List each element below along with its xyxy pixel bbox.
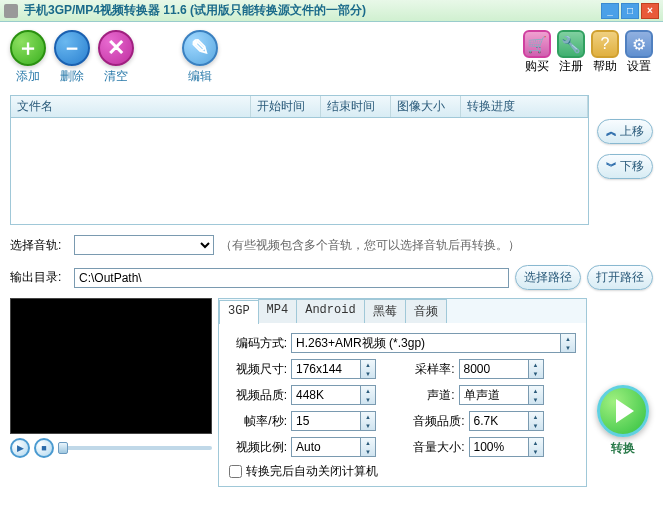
play-button[interactable]: ▶ (10, 438, 30, 458)
chan-label: 声道: (405, 387, 455, 404)
shutdown-checkbox[interactable] (229, 465, 242, 478)
maximize-button[interactable]: □ (621, 3, 639, 19)
col-filename[interactable]: 文件名 (11, 96, 251, 117)
edit-button[interactable]: ✎ 编辑 (182, 30, 218, 85)
ratio-spinner[interactable]: ▲▼ (361, 437, 376, 457)
choose-path-button[interactable]: 选择路径 (515, 265, 581, 290)
rate-label: 采样率: (405, 361, 455, 378)
seek-slider[interactable] (58, 446, 212, 450)
delete-button[interactable]: － 删除 (54, 30, 90, 85)
app-icon (4, 4, 18, 18)
size-input[interactable] (291, 359, 361, 379)
minus-icon: － (54, 30, 90, 66)
audio-track-label: 选择音轨: (10, 237, 68, 254)
col-size[interactable]: 图像大小 (391, 96, 461, 117)
vol-label: 音量大小: (405, 439, 465, 456)
move-down-button[interactable]: ︾下移 (597, 154, 653, 179)
fps-input[interactable] (291, 411, 361, 431)
question-icon: ? (591, 30, 619, 58)
audio-track-select[interactable] (74, 235, 214, 255)
vol-input[interactable] (469, 437, 529, 457)
clear-button[interactable]: ✕ 清空 (98, 30, 134, 85)
rate-input[interactable] (459, 359, 529, 379)
fps-spinner[interactable]: ▲▼ (361, 411, 376, 431)
edit-icon: ✎ (182, 30, 218, 66)
shutdown-label: 转换完后自动关闭计算机 (246, 463, 378, 480)
open-path-button[interactable]: 打开路径 (587, 265, 653, 290)
cart-icon: 🛒 (523, 30, 551, 58)
slider-thumb[interactable] (58, 442, 68, 454)
add-button[interactable]: ＋ 添加 (10, 30, 46, 85)
col-end[interactable]: 结束时间 (321, 96, 391, 117)
codec-spinner[interactable]: ▲▼ (561, 333, 576, 353)
close-button[interactable]: × (641, 3, 659, 19)
stop-button[interactable]: ■ (34, 438, 54, 458)
tab-mp4[interactable]: MP4 (258, 299, 298, 323)
size-spinner[interactable]: ▲▼ (361, 359, 376, 379)
col-start[interactable]: 开始时间 (251, 96, 321, 117)
audio-track-hint: （有些视频包含多个音轨，您可以选择音轨后再转换。） (220, 237, 520, 254)
chan-input[interactable] (459, 385, 529, 405)
tab-audio[interactable]: 音频 (405, 299, 447, 323)
vol-spinner[interactable]: ▲▼ (529, 437, 544, 457)
gear-icon: ⚙ (625, 30, 653, 58)
output-path-input[interactable] (74, 268, 509, 288)
minimize-button[interactable]: _ (601, 3, 619, 19)
output-label: 输出目录: (10, 269, 68, 286)
ratio-label: 视频比例: (229, 439, 287, 456)
ratio-input[interactable] (291, 437, 361, 457)
chevron-down-icon: ︾ (606, 161, 617, 172)
convert-button[interactable] (597, 385, 649, 437)
x-icon: ✕ (98, 30, 134, 66)
col-progress[interactable]: 转换进度 (461, 96, 588, 117)
move-up-button[interactable]: ︽上移 (597, 119, 653, 144)
window-title: 手机3GP/MP4视频转换器 11.6 (试用版只能转换源文件的一部分) (24, 2, 601, 19)
aq-spinner[interactable]: ▲▼ (529, 411, 544, 431)
vq-spinner[interactable]: ▲▼ (361, 385, 376, 405)
aq-input[interactable] (469, 411, 529, 431)
tab-3gp[interactable]: 3GP (219, 300, 259, 324)
buy-button[interactable]: 🛒购买 (523, 30, 551, 75)
codec-label: 编码方式: (229, 335, 287, 352)
register-button[interactable]: 🔧注册 (557, 30, 585, 75)
vq-label: 视频品质: (229, 387, 287, 404)
plus-icon: ＋ (10, 30, 46, 66)
chan-spinner[interactable]: ▲▼ (529, 385, 544, 405)
video-preview (10, 298, 212, 434)
file-table[interactable]: 文件名 开始时间 结束时间 图像大小 转换进度 (10, 95, 589, 225)
play-icon (616, 399, 634, 423)
settings-button[interactable]: ⚙设置 (625, 30, 653, 75)
help-button[interactable]: ?帮助 (591, 30, 619, 75)
tab-blackberry[interactable]: 黑莓 (364, 299, 406, 323)
size-label: 视频尺寸: (229, 361, 287, 378)
aq-label: 音频品质: (405, 413, 465, 430)
vq-input[interactable] (291, 385, 361, 405)
chevron-up-icon: ︽ (606, 126, 617, 137)
key-icon: 🔧 (557, 30, 585, 58)
convert-label: 转换 (611, 440, 635, 457)
rate-spinner[interactable]: ▲▼ (529, 359, 544, 379)
tab-android[interactable]: Android (296, 299, 364, 323)
fps-label: 帧率/秒: (229, 413, 287, 430)
codec-input[interactable] (291, 333, 561, 353)
